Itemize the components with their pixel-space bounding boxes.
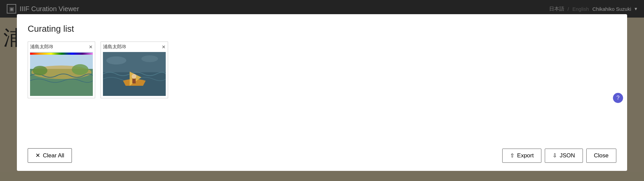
- svg-point-4: [72, 64, 88, 75]
- svg-point-9: [106, 56, 126, 64]
- footer-right-buttons: ⇧ Export ⇩ JSON Close: [502, 149, 616, 163]
- card-1-header: 浦島太郎/8 ✕: [30, 44, 93, 50]
- export-label: Export: [517, 152, 534, 159]
- card-2-image: [103, 52, 166, 96]
- json-icon: ⇩: [553, 152, 557, 159]
- card-1-image: [30, 52, 93, 96]
- clear-all-button[interactable]: ✕ Clear All: [28, 148, 72, 163]
- close-button[interactable]: Close: [586, 149, 616, 163]
- curation-card-2: 浦島太郎/8 ✕: [101, 42, 168, 98]
- export-button[interactable]: ⇧ Export: [502, 149, 541, 163]
- curating-list-modal: Curating list 浦島太郎/8 ✕: [17, 14, 627, 171]
- modal-content-area: 浦島太郎/8 ✕: [28, 42, 616, 136]
- clear-all-label: Clear All: [43, 152, 64, 159]
- json-button[interactable]: ⇩ JSON: [545, 149, 583, 163]
- svg-point-10: [141, 55, 158, 62]
- colorbar: [30, 53, 93, 55]
- help-button[interactable]: ?: [613, 93, 623, 103]
- card-2-header: 浦島太郎/8 ✕: [103, 44, 166, 50]
- card-1-svg: [30, 52, 93, 96]
- svg-point-7: [132, 74, 136, 79]
- curation-card-1: 浦島太郎/8 ✕: [28, 42, 95, 98]
- close-label: Close: [594, 152, 609, 159]
- json-label: JSON: [560, 152, 575, 159]
- modal-footer: ✕ Clear All ⇧ Export ⇩ JSON Close: [28, 143, 616, 163]
- card-2-svg: [103, 52, 166, 96]
- card-1-close-button[interactable]: ✕: [89, 45, 93, 49]
- card-2-label: 浦島太郎/8: [103, 44, 126, 50]
- card-1-label: 浦島太郎/8: [30, 44, 53, 50]
- export-icon: ⇧: [510, 152, 514, 159]
- modal-title: Curating list: [28, 24, 616, 34]
- card-2-close-button[interactable]: ✕: [162, 45, 166, 49]
- svg-rect-8: [132, 79, 136, 83]
- help-icon: ?: [617, 95, 620, 101]
- clear-icon: ✕: [35, 152, 40, 159]
- svg-point-3: [33, 66, 48, 75]
